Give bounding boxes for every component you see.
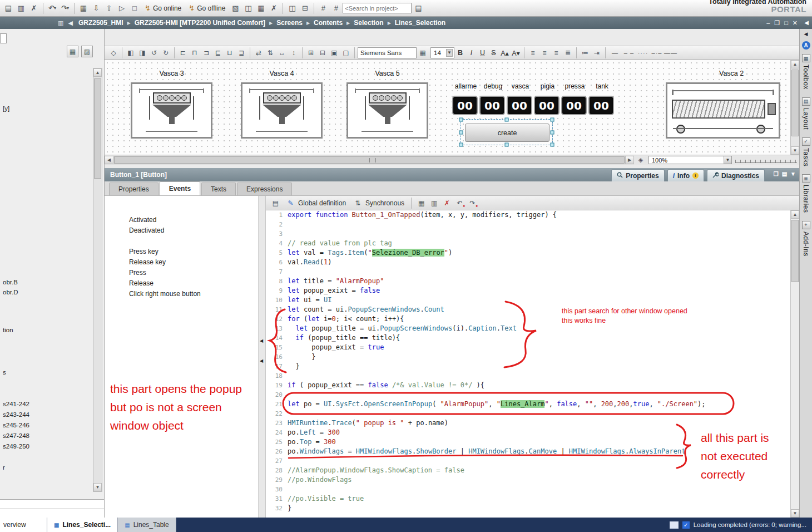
event-item[interactable]: Release	[105, 278, 258, 289]
delete-x-icon[interactable]: ✗	[442, 198, 452, 208]
editor-tab[interactable]: ▦Lines_Selecti...	[47, 518, 118, 532]
code-line[interactable]: 32}	[266, 504, 799, 513]
ungroup-icon[interactable]: ▢	[340, 47, 351, 58]
rotate-left-icon[interactable]: ↺	[148, 47, 160, 58]
code-line[interactable]: 23HMIRuntime.Trace(" popup is " + po.nam…	[266, 418, 799, 428]
zoom-slider[interactable]	[735, 157, 797, 163]
code-line[interactable]: 20	[266, 390, 799, 400]
editor-tab[interactable]: ▦Lines_Table	[118, 518, 176, 532]
line-style-dash[interactable]: – –	[622, 48, 636, 58]
io-field[interactable]: 00	[507, 96, 532, 115]
tab-expressions[interactable]: Expressions	[237, 183, 292, 195]
io-field[interactable]: 00	[452, 96, 478, 115]
font-family-select[interactable]: Siemens Sans	[358, 47, 417, 58]
chevron-down-icon[interactable]: ▾	[54, 6, 56, 11]
maximize-icon[interactable]: □	[784, 18, 788, 27]
tree-item[interactable]: tion	[0, 326, 16, 334]
breadcrumb-item[interactable]: Lines_Selection	[395, 19, 445, 27]
code-line[interactable]: 28//AlarmPopup.WindowFlags.ShowCaption =…	[266, 466, 799, 475]
code-line[interactable]: 16 }	[266, 352, 799, 362]
flip-vertical-icon[interactable]: ◨	[137, 47, 148, 58]
decrease-font-button[interactable]: A▾	[511, 48, 521, 58]
inspector-tab-diagnostics[interactable]: Diagnostics	[707, 169, 765, 181]
collapse-right-icon[interactable]: ◀	[804, 19, 809, 26]
align-bottom-icon[interactable]: ⊒	[236, 47, 247, 58]
selection-handle[interactable]	[459, 130, 463, 134]
list-icon[interactable]: ≔	[580, 47, 591, 58]
keyboard-icon[interactable]: ▥	[429, 198, 439, 208]
overview-grid-icon[interactable]: ▦	[67, 46, 78, 57]
tank-graphic[interactable]	[666, 82, 780, 139]
pane-splitter[interactable]: ◀ ◀	[259, 196, 266, 518]
send-to-back-icon[interactable]: ⊟	[317, 47, 328, 58]
selection-handle[interactable]	[505, 143, 509, 147]
selection-handle[interactable]	[459, 118, 463, 122]
event-item[interactable]: Press	[105, 268, 258, 278]
flip-horizontal-icon[interactable]: ◧	[125, 47, 136, 58]
tab-events[interactable]: Events	[160, 181, 200, 195]
code-line[interactable]: 7	[266, 267, 799, 277]
download-to-device-icon[interactable]: ⇩	[90, 2, 102, 14]
code-line[interactable]: 21let po = UI.SysFct.OpenScreenInPopup( …	[266, 400, 799, 409]
network-view-icon[interactable]: #	[317, 2, 329, 14]
align-top-icon[interactable]: ⊑	[212, 47, 224, 58]
italic-button[interactable]: I	[466, 48, 477, 58]
project-library-icon[interactable]: ▤	[412, 2, 424, 14]
selection-handle[interactable]	[551, 118, 554, 122]
scroll-up-icon[interactable]: ▲	[93, 68, 102, 77]
tree-item[interactable]: r	[0, 464, 8, 471]
code-line[interactable]: 5let val = Tags.Item("Selezione_DB_error…	[266, 248, 799, 258]
editor-group-icon[interactable]: ▥	[58, 19, 63, 27]
tree-scrollbar[interactable]: ▲ ▼	[93, 68, 102, 492]
code-line[interactable]: 31//po.Visible = true	[266, 494, 799, 504]
selection-handle[interactable]	[505, 118, 509, 122]
apply-script-icon[interactable]: ▤	[270, 198, 281, 208]
distribute-vertical-icon[interactable]: ⇅	[265, 47, 276, 58]
line-style-long[interactable]: ——	[664, 48, 677, 58]
same-width-icon[interactable]: ↔	[276, 47, 288, 58]
snippet-table-icon[interactable]: ▦	[416, 198, 427, 208]
tank-graphic[interactable]	[131, 82, 212, 139]
scroll-down-icon[interactable]: ▼	[791, 509, 799, 518]
event-item[interactable]: Click right mouse button	[105, 289, 258, 299]
text-align-center-icon[interactable]: ≡	[539, 47, 550, 58]
code-vscrollbar[interactable]: ▲ ▼	[790, 210, 799, 518]
same-height-icon[interactable]: ↕	[288, 47, 299, 58]
chevron-down-icon[interactable]: ▼	[790, 171, 796, 177]
tree-item[interactable]: s249-250	[0, 442, 32, 450]
selection-handle[interactable]	[551, 130, 554, 134]
code-line[interactable]: 13 let popup_title = ui.PopupScreenWindo…	[266, 324, 799, 333]
create-button[interactable]: create	[465, 124, 549, 142]
stop-runtime-icon[interactable]: □	[128, 2, 141, 14]
inspector-tab-properties[interactable]: Properties	[611, 169, 664, 181]
code-line[interactable]: 12for (let i=0; i< count; i++){	[266, 314, 799, 324]
code-line[interactable]: 8let title = "AlarmPopup"	[266, 277, 799, 286]
scrollbar-thumb[interactable]	[94, 78, 101, 179]
align-right-icon[interactable]: ⊐	[201, 47, 212, 58]
save-project-icon[interactable]: ▤	[2, 2, 14, 14]
chevron-down-icon[interactable]: ▼	[724, 156, 731, 164]
event-item[interactable]: Deactivated	[105, 225, 258, 236]
screen-canvas[interactable]: Vasca 3Vasca 4Vasca 5Vasca 2allarmedebug…	[105, 60, 799, 155]
scroll-up-icon[interactable]: ▲	[791, 60, 799, 68]
bold-button[interactable]: B	[455, 48, 466, 58]
remove-icon[interactable]: ✗	[268, 2, 280, 14]
select-tool-icon[interactable]: ◇	[108, 47, 119, 58]
close-icon[interactable]: ✕	[793, 18, 798, 27]
tab-texts[interactable]: Texts	[201, 183, 236, 195]
undo-blocked-icon[interactable]: ↶●	[454, 198, 465, 208]
redo-icon[interactable]: ↷▾	[59, 2, 71, 14]
scroll-down-icon[interactable]: ▼	[93, 483, 102, 491]
upload-from-device-icon[interactable]: ⇧	[103, 2, 115, 14]
overview-tab[interactable]: verview	[0, 518, 47, 532]
connections-icon[interactable]: #	[330, 2, 342, 14]
code-line[interactable]: 22	[266, 409, 799, 418]
align-center-icon[interactable]: ⊓	[189, 47, 200, 58]
code-line[interactable]: 10let ui = UI	[266, 295, 799, 305]
back-arrow-icon[interactable]: ◀	[68, 19, 72, 27]
breadcrumb-item[interactable]: Contents	[314, 19, 343, 27]
text-justify-icon[interactable]: ≣	[562, 47, 573, 58]
selection-handle[interactable]	[551, 143, 554, 147]
tank-graphic[interactable]	[241, 82, 323, 139]
rotate-right-icon[interactable]: ↻	[160, 47, 171, 58]
